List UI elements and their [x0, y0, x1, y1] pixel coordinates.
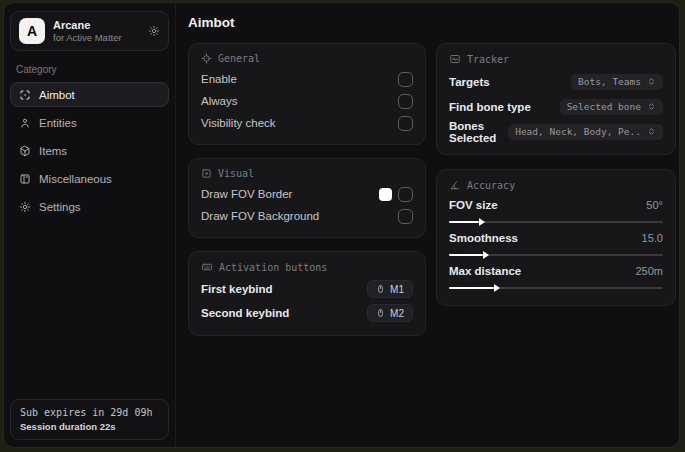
find-bone-type-dropdown[interactable]: Selected bone: [560, 99, 663, 115]
visual-card: Visual Draw FOV Border Draw FOV Backgrou…: [188, 158, 426, 238]
dropdown-value: Head, Neck, Body, Pe..: [515, 126, 641, 137]
accuracy-card-header: Accuracy: [449, 179, 663, 191]
fov-background-checkbox[interactable]: [398, 209, 413, 224]
general-card: General Enable Always Visibility check: [188, 43, 426, 145]
sidebar: A Arcane for Active Matter Category: [4, 3, 176, 447]
sidebar-item-settings[interactable]: Settings: [10, 194, 169, 219]
scan-icon: [19, 89, 31, 101]
sidebar-item-aimbot[interactable]: Aimbot: [10, 82, 169, 107]
crosshair-icon: [201, 53, 212, 64]
smoothness-setting: Smoothness 15.0: [449, 229, 663, 256]
enable-checkbox[interactable]: [398, 72, 413, 87]
sidebar-item-label: Items: [39, 145, 67, 157]
sidebar-item-miscellaneous[interactable]: Miscellaneous: [10, 166, 169, 191]
cube-icon: [19, 145, 31, 157]
visibility-check-checkbox[interactable]: [398, 116, 413, 131]
app-window: A Arcane for Active Matter Category: [3, 2, 680, 448]
setting-row-find-bone-type: Find bone type Selected bone: [449, 94, 663, 119]
person-icon: [19, 117, 31, 129]
app-header-card: A Arcane for Active Matter: [10, 11, 169, 51]
slider-thumb[interactable]: [479, 218, 485, 226]
accuracy-card: Accuracy FOV size 50°: [436, 169, 676, 306]
tracker-icon: [449, 53, 461, 65]
chevrons-up-down-icon: [647, 127, 656, 136]
setting-row-fov-border: Draw FOV Border: [201, 183, 413, 205]
chevrons-up-down-icon: [647, 102, 656, 111]
smoothness-slider[interactable]: [449, 254, 663, 256]
setting-row-visibility-check: Visibility check: [201, 112, 413, 134]
setting-row-second-keybind: Second keybind M2: [201, 301, 413, 325]
sidebar-item-label: Settings: [39, 201, 81, 213]
gear-icon: [19, 201, 31, 213]
keybind-value: M2: [390, 308, 404, 319]
targets-dropdown[interactable]: Bots, Teams: [571, 74, 663, 90]
always-checkbox[interactable]: [398, 94, 413, 109]
activation-card-header: Activation buttons: [201, 261, 413, 273]
angle-icon: [449, 179, 461, 191]
section-title: Tracker: [467, 54, 509, 65]
sidebar-item-label: Entities: [39, 117, 77, 129]
sidebar-item-entities[interactable]: Entities: [10, 110, 169, 135]
section-title: Visual: [218, 168, 254, 179]
section-title: General: [218, 53, 260, 64]
sidebar-item-label: Aimbot: [39, 89, 75, 101]
gear-icon[interactable]: [148, 25, 160, 37]
first-keybind-button[interactable]: M1: [367, 280, 413, 298]
category-label: Category: [16, 64, 163, 75]
panels-icon: [19, 173, 31, 185]
general-card-header: General: [201, 53, 413, 64]
max-distance-setting: Max distance 250m: [449, 262, 663, 289]
sidebar-nav: Aimbot Entities Items: [10, 82, 169, 219]
app-title-block: Arcane for Active Matter: [53, 19, 140, 44]
section-title: Accuracy: [467, 180, 515, 191]
fov-border-color-swatch[interactable]: [379, 188, 392, 201]
smoothness-value: 15.0: [642, 232, 663, 244]
page-title: Aimbot: [188, 15, 676, 30]
tracker-card: Tracker Targets Bots, Teams: [436, 43, 676, 155]
fov-size-value: 50°: [646, 199, 663, 211]
bones-selected-dropdown[interactable]: Head, Neck, Body, Pe..: [508, 124, 663, 140]
activation-card: Activation buttons First keybind M1: [188, 251, 426, 336]
app-name: Arcane: [53, 19, 140, 32]
main-content: Aimbot General: [176, 3, 680, 447]
sidebar-item-label: Miscellaneous: [39, 173, 112, 185]
setting-row-first-keybind: First keybind M1: [201, 277, 413, 301]
mouse-icon: [376, 307, 385, 319]
subscription-info-card: Sub expires in 29d 09h Session duration …: [10, 399, 169, 440]
chevrons-up-down-icon: [647, 77, 656, 86]
fov-border-checkbox[interactable]: [398, 187, 413, 202]
setting-row-enable: Enable: [201, 68, 413, 90]
sub-expires-text: Sub expires in 29d 09h: [20, 406, 159, 420]
slider-thumb[interactable]: [494, 284, 500, 292]
max-distance-slider[interactable]: [449, 287, 663, 289]
setting-row-bones-selected: Bones Selected Head, Neck, Body, Pe..: [449, 119, 663, 144]
section-title: Activation buttons: [219, 262, 327, 273]
sidebar-item-items[interactable]: Items: [10, 138, 169, 163]
tracker-card-header: Tracker: [449, 53, 663, 65]
visual-card-header: Visual: [201, 168, 413, 179]
fov-size-slider[interactable]: [449, 221, 663, 223]
max-distance-value: 250m: [635, 265, 663, 277]
frame-icon: [201, 168, 212, 179]
fov-size-setting: FOV size 50°: [449, 196, 663, 223]
setting-row-targets: Targets Bots, Teams: [449, 69, 663, 94]
left-column: General Enable Always Visibility check: [188, 43, 426, 336]
session-duration-text: Session duration 22s: [20, 420, 159, 433]
right-column: Tracker Targets Bots, Teams: [436, 43, 676, 336]
dropdown-value: Selected bone: [567, 101, 641, 112]
app-subtitle: for Active Matter: [53, 32, 140, 44]
dropdown-value: Bots, Teams: [578, 76, 641, 87]
slider-thumb[interactable]: [483, 251, 489, 259]
keyboard-icon: [201, 261, 213, 273]
setting-row-always: Always: [201, 90, 413, 112]
keybind-value: M1: [390, 284, 404, 295]
second-keybind-button[interactable]: M2: [367, 304, 413, 322]
mouse-icon: [376, 283, 385, 295]
setting-row-fov-background: Draw FOV Background: [201, 205, 413, 227]
app-logo: A: [19, 18, 45, 44]
